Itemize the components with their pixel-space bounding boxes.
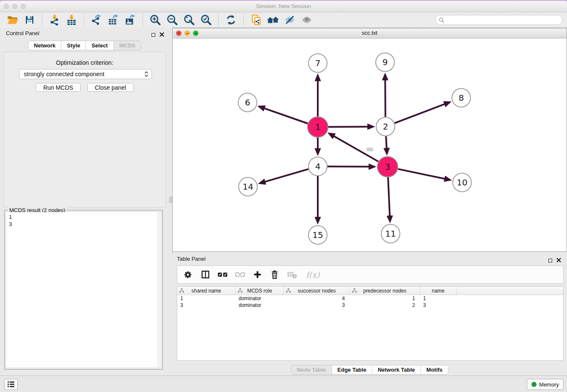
toolbar-separator: [218, 14, 219, 26]
graph-edge-1-2[interactable]: [328, 127, 373, 127]
mcds-tab-content: Optimization criterion: strongly connect…: [3, 52, 166, 207]
export-network-icon[interactable]: [90, 14, 103, 26]
network-canvas[interactable]: 7968124314101511: [173, 39, 567, 251]
table-cell: 2: [350, 302, 420, 308]
float-panel-icon[interactable]: [151, 33, 155, 37]
table-row[interactable]: 3dominator323: [177, 302, 563, 309]
zoom-fit-icon[interactable]: [182, 14, 196, 26]
column-header-shared-name[interactable]: shared name: [177, 287, 236, 295]
show-all-eye-icon[interactable]: [300, 14, 314, 26]
search-field-wrap: [435, 15, 563, 25]
refresh-view-icon[interactable]: [224, 14, 238, 26]
graph-edge-1-6[interactable]: [259, 107, 308, 124]
table-cell: 4: [284, 295, 350, 301]
export-image-icon[interactable]: [124, 14, 137, 26]
clone-network-icon[interactable]: [249, 14, 263, 26]
add-column-icon[interactable]: [252, 269, 263, 280]
main-toolbar: [0, 12, 567, 28]
graph-edge-2-9[interactable]: [385, 75, 385, 117]
home-view-icon[interactable]: [266, 14, 280, 26]
graph-edge-3-10[interactable]: [398, 169, 449, 180]
table-panel-title: Table Panel: [177, 256, 206, 262]
import-table-icon[interactable]: [65, 14, 78, 26]
table-tab-network-table[interactable]: Network Table: [372, 365, 421, 374]
column-tree-icon: [238, 288, 242, 294]
column-header-label: name: [420, 288, 456, 294]
horizontal-splitter-handle[interactable]: [367, 148, 373, 151]
control-panel-tabs: NetworkStyleSelectMCDS: [28, 41, 141, 50]
tab-style[interactable]: Style: [61, 41, 86, 50]
table-cell: 1: [420, 295, 457, 301]
mcds-result-lines: 13: [6, 212, 161, 229]
close-panel-icon[interactable]: [160, 31, 164, 39]
table-tab-edge-table[interactable]: Edge Table: [332, 365, 372, 374]
tab-mcds[interactable]: MCDS: [114, 41, 141, 50]
table-row[interactable]: 1dominator411: [177, 295, 563, 302]
search-input[interactable]: [435, 15, 563, 25]
tab-network[interactable]: Network: [28, 41, 61, 50]
table-toolbar: f(x): [177, 265, 564, 284]
graph-node-label-6: 6: [245, 97, 250, 108]
result-line: 1: [9, 213, 158, 221]
graph-edge-3-11[interactable]: [388, 177, 390, 221]
column-tree-icon: [286, 288, 291, 294]
toolbar-separator: [243, 14, 244, 26]
select-all-columns-icon[interactable]: [217, 269, 228, 280]
column-tree-icon: [352, 288, 357, 294]
delete-table-icon[interactable]: [286, 269, 297, 280]
delete-column-trash-icon[interactable]: [269, 269, 280, 280]
network-frame-title: scc.txt: [173, 30, 567, 36]
select-stepper-icon: [144, 71, 149, 79]
table-panel-tabs: Node TableEdge TableNetwork TableMotifs: [291, 365, 449, 375]
toolbar-separator: [143, 14, 143, 26]
table-cell: dominator: [236, 302, 284, 308]
result-scrollbar[interactable]: [157, 212, 161, 367]
graph-edge-4-14[interactable]: [260, 169, 308, 183]
column-header-predecessor-nodes[interactable]: predecessor nodes: [350, 287, 420, 295]
column-header-label: MCDS role: [236, 288, 284, 294]
table-tab-node-table[interactable]: Node Table: [291, 365, 332, 374]
control-panel-title: Control Panel: [6, 30, 39, 36]
graph-edge-2-3[interactable]: [386, 136, 387, 153]
memory-status-dot-icon: [531, 382, 537, 387]
table-panel: Table Panel: [172, 253, 567, 376]
graph-node-label-14: 14: [242, 182, 253, 192]
column-header-MCDS-role[interactable]: MCDS role: [236, 287, 284, 295]
mcds-result-area[interactable]: 13: [6, 212, 161, 367]
task-history-button[interactable]: [4, 379, 18, 390]
panel-splitter-handle[interactable]: [169, 197, 172, 203]
graph-node-label-11: 11: [385, 229, 396, 239]
network-frame-titlebar: scc.txt: [173, 28, 567, 39]
tab-select[interactable]: Select: [86, 41, 113, 50]
close-table-panel-icon[interactable]: [556, 257, 561, 264]
deselect-all-columns-icon[interactable]: [234, 269, 245, 280]
import-network-icon[interactable]: [48, 14, 61, 26]
export-table-icon[interactable]: [107, 14, 120, 26]
zoom-in-icon[interactable]: [149, 14, 162, 26]
zoom-selected-icon[interactable]: [199, 14, 213, 26]
column-header-name[interactable]: name: [420, 287, 457, 295]
memory-button[interactable]: Memory: [527, 379, 564, 390]
graph-edge-2-8[interactable]: [395, 102, 449, 123]
open-session-icon[interactable]: [6, 14, 19, 26]
graph-node-label-15: 15: [312, 230, 323, 240]
graph-node-label-9: 9: [383, 57, 388, 67]
column-header-successor-nodes[interactable]: successor nodes: [284, 287, 350, 295]
zoom-out-icon[interactable]: [165, 14, 179, 26]
hide-unselected-eye-icon[interactable]: [283, 14, 297, 26]
function-builder-icon[interactable]: f(x): [304, 269, 322, 280]
network-graph-svg: 7968124314101511: [173, 39, 567, 251]
run-mcds-button[interactable]: Run MCDS: [36, 83, 81, 92]
table-tab-motifs[interactable]: Motifs: [421, 365, 448, 374]
save-session-icon[interactable]: [23, 14, 36, 26]
criterion-select[interactable]: strongly connected component: [19, 69, 152, 79]
split-table-view-icon[interactable]: [200, 269, 211, 280]
toolbar-separator: [84, 14, 84, 26]
node-table[interactable]: shared nameMCDS rolesuccessor nodesprede…: [177, 286, 564, 361]
table-settings-gear-icon[interactable]: [182, 269, 193, 280]
graph-edge-4-3[interactable]: [328, 166, 374, 167]
float-table-panel-icon[interactable]: [548, 259, 552, 262]
column-header-label: predecessor nodes: [350, 288, 420, 294]
close-panel-button[interactable]: Close panel: [87, 83, 134, 92]
search-icon: [439, 17, 444, 25]
